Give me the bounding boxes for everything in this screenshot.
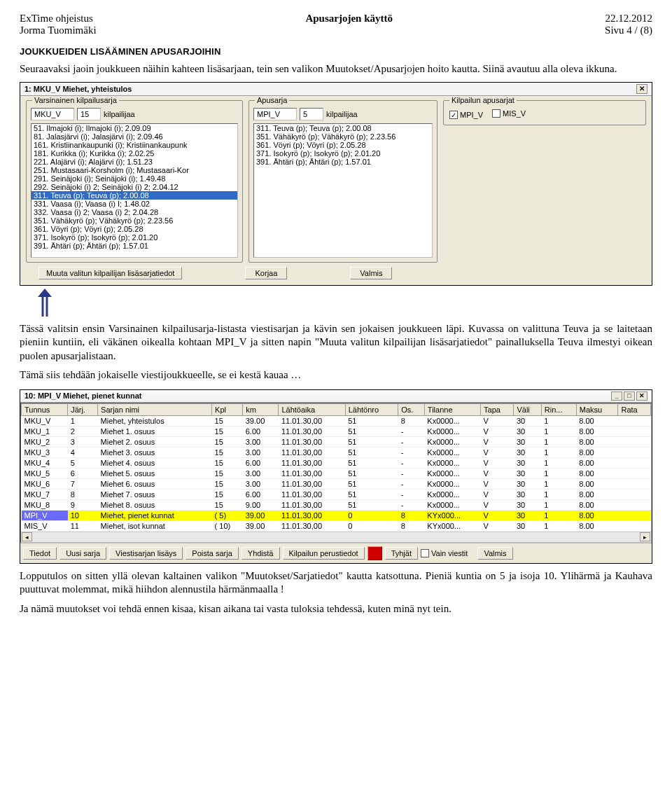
- column-header[interactable]: Os.: [398, 403, 425, 415]
- list-item[interactable]: 391. Ähtäri (p); Ähtäri (p); 1.57.01: [31, 242, 237, 250]
- table-cell: V: [481, 415, 514, 426]
- column-header[interactable]: Maksu: [576, 403, 618, 415]
- varsinainen-listbox[interactable]: 51. Ilmajoki (i); Ilmajoki (i); 2.09.098…: [31, 123, 238, 258]
- column-header[interactable]: Lähtöaika: [279, 403, 345, 415]
- column-header[interactable]: Rata: [618, 403, 651, 415]
- checkbox-mis-v-label: MIS_V: [503, 109, 526, 118]
- list-item[interactable]: 391. Ähtäri (p); Ähtäri (p); 1.57.01: [254, 158, 432, 166]
- varsinainen-code-input[interactable]: MKU_V: [31, 108, 74, 120]
- tiedot-button[interactable]: Tiedot: [23, 547, 57, 560]
- list-item[interactable]: 81. Jalasjärvi (i); Jalasjärvi (i); 2.09…: [31, 132, 237, 141]
- uusi-sarja-button[interactable]: Uusi sarja: [59, 547, 106, 560]
- table-cell: 15: [212, 499, 243, 510]
- table-cell: 15: [212, 457, 243, 468]
- vain-viestit-checkbox-box: [421, 549, 429, 557]
- table-cell: Kx0000...: [424, 468, 480, 478]
- column-header[interactable]: Tunnus: [22, 403, 68, 415]
- column-header[interactable]: Tilanne: [424, 403, 480, 415]
- table-row[interactable]: MKU_89Miehet 8. osuus159.0011.01.30,0051…: [22, 499, 651, 510]
- list-item[interactable]: 292. Seinäjoki (i) 2; Seinäjoki (i) 2; 2…: [31, 183, 237, 191]
- column-header[interactable]: Kpl: [212, 403, 243, 415]
- list-item[interactable]: 221. Alajärvi (i); Alajärvi (i); 1.51.23: [31, 158, 237, 166]
- column-header[interactable]: Tapa: [481, 403, 514, 415]
- table-cell: Miehet 6. osuus: [98, 478, 212, 489]
- list-item[interactable]: 181. Kurikka (i); Kurikka (i); 2.02.25: [31, 149, 237, 158]
- table-cell: 3.00: [243, 478, 279, 489]
- apusarja-code-input[interactable]: MPI_V: [253, 108, 297, 120]
- close-icon[interactable]: ✕: [636, 84, 648, 94]
- scroll-right-icon[interactable]: ▸: [640, 532, 650, 541]
- korjaa-button[interactable]: Korjaa: [245, 267, 287, 279]
- viestisarjan-lisays-button[interactable]: Viestisarjan lisäys: [109, 547, 183, 560]
- table-cell: 30: [514, 478, 541, 489]
- apusarja-listbox[interactable]: 311. Teuva (p); Teuva (p); 2.00.08351. V…: [253, 123, 433, 258]
- yhdista-button[interactable]: Yhdistä: [241, 547, 280, 560]
- checkbox-mis-v[interactable]: MIS_V: [492, 109, 526, 118]
- table-row[interactable]: MKU_45Miehet 4. osuus156.0011.01.30,0051…: [22, 457, 651, 468]
- table-cell: 3: [68, 436, 98, 447]
- minimize-icon[interactable]: _: [611, 391, 622, 401]
- table-cell: 11.01.30,00: [279, 457, 345, 468]
- column-header[interactable]: Järj.: [68, 403, 98, 415]
- list-item[interactable]: 332. Vaasa (i) 2; Vaasa (i) 2; 2.04.28: [31, 208, 237, 216]
- sarjat-grid[interactable]: TunnusJärj.Sarjan nimiKplkmLähtöaikaLäht…: [20, 403, 652, 543]
- column-header[interactable]: Sarjan nimi: [98, 403, 212, 415]
- table-cell: 51: [345, 436, 398, 447]
- table-row[interactable]: MKU_12Miehet 1. osuus156.0011.01.30,0051…: [22, 426, 651, 436]
- table-cell: 11.01.30,00: [279, 499, 345, 510]
- column-header[interactable]: Lähtönro: [345, 403, 398, 415]
- table-row[interactable]: MIS_V11Miehet, isot kunnat( 10)39.0011.0…: [22, 520, 651, 531]
- column-header[interactable]: Väli: [514, 403, 541, 415]
- red-flag-button[interactable]: [368, 546, 382, 560]
- list-item[interactable]: 331. Vaasa (i); Vaasa (i) I; 1.48.02: [31, 200, 237, 208]
- valmis-button[interactable]: Valmis: [350, 267, 392, 279]
- annotation-arrow-icon: [38, 289, 652, 317]
- table-cell: MKU_V: [22, 415, 68, 426]
- table-row[interactable]: MKU_34Miehet 3. osuus153.0011.01.30,0051…: [22, 447, 651, 457]
- tyhjat-button[interactable]: Tyhjät: [385, 547, 418, 560]
- table-cell: 10: [68, 510, 98, 520]
- close-icon[interactable]: ✕: [636, 391, 648, 401]
- column-header[interactable]: km: [243, 403, 279, 415]
- table-cell: 0: [345, 520, 398, 531]
- table-row[interactable]: MKU_78Miehet 7. osuus156.0011.01.30,0051…: [22, 489, 651, 499]
- list-item[interactable]: 371. Isokyrö (p); Isokyrö (p); 2.01.20: [254, 149, 432, 158]
- doc-page: Sivu 4 / (8): [605, 25, 652, 36]
- table-cell: MKU_8: [22, 499, 68, 510]
- maximize-icon[interactable]: □: [624, 391, 635, 401]
- list-item[interactable]: 351. Vähäkyrö (p); Vähäkyrö (p); 2.23.56: [254, 132, 432, 141]
- valmis-button-2[interactable]: Valmis: [477, 547, 512, 560]
- table-row[interactable]: MKU_56Miehet 5. osuus153.0011.01.30,0051…: [22, 468, 651, 478]
- list-item[interactable]: 361. Vöyri (p); Vöyri (p); 2.05.28: [31, 225, 237, 233]
- table-cell: 8.00: [576, 468, 618, 478]
- apusarja-count-input[interactable]: 5: [300, 108, 323, 120]
- vain-viestit-checkbox[interactable]: Vain viestit: [421, 549, 468, 557]
- table-cell: -: [398, 457, 425, 468]
- table-row[interactable]: MKU_V1Miehet, yhteistulos1539.0011.01.30…: [22, 415, 651, 426]
- table-row[interactable]: MKU_67Miehet 6. osuus153.0011.01.30,0051…: [22, 478, 651, 489]
- table-cell: 30: [514, 426, 541, 436]
- poista-sarja-button[interactable]: Poista sarja: [186, 547, 238, 560]
- varsinainen-count-input[interactable]: 15: [77, 108, 101, 120]
- table-row[interactable]: MPI_V10Miehet, pienet kunnat( 5)39.0011.…: [22, 510, 651, 520]
- list-item[interactable]: 291. Seinäjoki (i); Seinäjoki (i); 1.49.…: [31, 174, 237, 183]
- horizontal-scrollbar[interactable]: ◂ ▸: [21, 532, 651, 542]
- list-item[interactable]: 311. Teuva (p); Teuva (p); 2.00.08: [31, 191, 237, 200]
- list-item[interactable]: 371. Isokyrö (p); Isokyrö (p); 2.01.20: [31, 233, 237, 242]
- list-item[interactable]: 311. Teuva (p); Teuva (p); 2.00.08: [254, 124, 432, 132]
- kilpailun-perustiedot-button[interactable]: Kilpailun perustiedot: [283, 547, 365, 560]
- muuta-button[interactable]: Muuta valitun kilpailijan lisäsarjatiedo…: [38, 267, 182, 279]
- table-cell: 6.00: [243, 489, 279, 499]
- table-cell: 11.01.30,00: [279, 426, 345, 436]
- list-item[interactable]: 161. Kristiinankaupunki (i); Kristiinank…: [31, 141, 237, 149]
- table-cell: 11.01.30,00: [279, 447, 345, 457]
- list-item[interactable]: 251. Mustasaari-Korsholm (i); Mustasaari…: [31, 166, 237, 174]
- list-item[interactable]: 51. Ilmajoki (i); Ilmajoki (i); 2.09.09: [31, 124, 237, 132]
- list-item[interactable]: 351. Vähäkyrö (p); Vähäkyrö (p); 2.23.56: [31, 216, 237, 225]
- scroll-left-icon[interactable]: ◂: [22, 532, 32, 541]
- table-row[interactable]: MKU_23Miehet 2. osuus153.0011.01.30,0051…: [22, 436, 651, 447]
- table-cell: 8: [398, 415, 425, 426]
- list-item[interactable]: 361. Vöyri (p); Vöyri (p); 2.05.28: [254, 141, 432, 149]
- column-header[interactable]: Rin...: [541, 403, 576, 415]
- checkbox-mpi-v[interactable]: ✓ MPI_V: [449, 111, 483, 119]
